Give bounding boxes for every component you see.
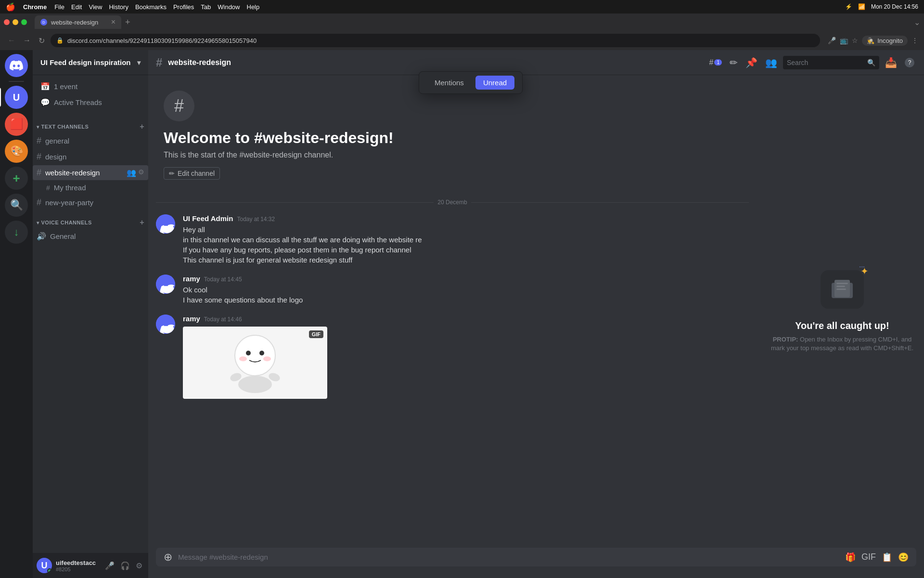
svg-rect-14 bbox=[836, 283, 848, 284]
channel-item-voice-general[interactable]: 🔊 General bbox=[33, 229, 148, 243]
close-tab-button[interactable]: × bbox=[111, 18, 116, 26]
apple-menu[interactable]: 🍎 bbox=[6, 2, 15, 12]
forward-button[interactable]: → bbox=[21, 34, 33, 47]
emoji-button[interactable]: 😊 bbox=[898, 552, 909, 563]
avatar bbox=[156, 315, 175, 334]
inbox-button[interactable]: 📥 bbox=[883, 55, 899, 70]
server-icon-uifeed[interactable]: U bbox=[5, 86, 28, 109]
channel-item-general[interactable]: # general bbox=[33, 133, 148, 148]
message-input[interactable] bbox=[178, 548, 839, 566]
discord-home-button[interactable] bbox=[5, 54, 28, 77]
date-divider: 20 Decemb bbox=[156, 199, 749, 206]
help-icon: ? bbox=[905, 58, 914, 67]
channel-item-new-year-party[interactable]: # new-year-party bbox=[33, 195, 148, 210]
attach-button[interactable]: ⊕ bbox=[164, 551, 172, 564]
minimize-window-button[interactable] bbox=[13, 19, 18, 25]
message-author[interactable]: ramy bbox=[183, 315, 200, 323]
edit-channel-button[interactable]: ✏ Edit channel bbox=[164, 167, 220, 180]
add-server-button[interactable]: + bbox=[5, 167, 28, 190]
menu-history[interactable]: History bbox=[109, 3, 128, 11]
incognito-badge[interactable]: 🕵 Incognito bbox=[862, 36, 908, 46]
help-button[interactable]: ? bbox=[903, 56, 916, 69]
search-icon: 🔍 bbox=[867, 59, 875, 66]
mute-button[interactable]: 🎤 bbox=[103, 559, 116, 572]
voice-channels-category[interactable]: ▾ VOICE CHANNELS + bbox=[33, 210, 148, 229]
app-container: U 🟥 🎨 + 🔍 ↓ UI Feed design inspiration ▾… bbox=[0, 50, 924, 578]
channel-name-design: design bbox=[45, 153, 66, 161]
unread-tab[interactable]: Unread bbox=[475, 76, 514, 90]
threads-button[interactable]: # 1 bbox=[707, 56, 724, 69]
text-channels-category[interactable]: ▾ TEXT CHANNELS + bbox=[33, 115, 148, 133]
search-bar[interactable]: Search 🔍 bbox=[783, 56, 879, 69]
avatar bbox=[156, 214, 175, 234]
gif-badge: GIF bbox=[309, 330, 323, 338]
new-tab-button[interactable]: + bbox=[125, 17, 130, 27]
dots-icon: ··· bbox=[859, 263, 865, 270]
channel-item-design[interactable]: # design bbox=[33, 149, 148, 164]
sticker-button[interactable]: 📋 bbox=[882, 552, 892, 563]
mentions-tab[interactable]: Mentions bbox=[427, 76, 472, 90]
tab-list-button[interactable]: ⌄ bbox=[914, 18, 920, 27]
bookmark-icon[interactable]: ☆ bbox=[852, 37, 858, 44]
maximize-window-button[interactable] bbox=[21, 19, 27, 25]
hash-icon: # bbox=[37, 197, 41, 208]
message-author[interactable]: UI Feed Admin bbox=[183, 214, 233, 223]
explore-servers-button[interactable]: 🔍 bbox=[5, 194, 28, 217]
deafen-button[interactable]: 🎧 bbox=[118, 559, 132, 572]
sidebar-item-active-threads[interactable]: 💬 Active Threads bbox=[37, 95, 144, 110]
date-line-right bbox=[471, 202, 749, 203]
channel-welcome-icon: # bbox=[164, 91, 194, 121]
menu-file[interactable]: File bbox=[54, 3, 64, 11]
channel-header: # website-redesign # 1 ✏ 📌 👥 Search bbox=[148, 50, 924, 75]
inbox-tabs-popup: Mentions Unread bbox=[419, 71, 523, 94]
members-button[interactable]: 👥 bbox=[763, 55, 779, 70]
channel-name-heading: website-redesign bbox=[168, 58, 231, 67]
menu-profiles[interactable]: Profiles bbox=[173, 3, 194, 11]
calendar-icon: 📅 bbox=[40, 82, 50, 91]
gif-button[interactable]: GIF bbox=[861, 552, 876, 562]
close-window-button[interactable] bbox=[4, 19, 10, 25]
voice-channels-label: VOICE CHANNELS bbox=[41, 220, 92, 225]
menu-edit[interactable]: Edit bbox=[71, 3, 82, 11]
avatar bbox=[156, 275, 175, 294]
edit-channel-header-button[interactable]: ✏ bbox=[728, 55, 740, 70]
caught-up-title: You're all caught up! bbox=[795, 320, 889, 331]
user-avatar[interactable]: U bbox=[37, 558, 52, 573]
protip-label: PROTIP: bbox=[773, 336, 798, 343]
mic-icon[interactable]: 🎤 bbox=[828, 37, 836, 44]
server-icon-2[interactable]: 🟥 bbox=[5, 113, 28, 136]
message-author[interactable]: ramy bbox=[183, 275, 200, 283]
menu-bookmarks[interactable]: Bookmarks bbox=[135, 3, 167, 11]
svg-point-7 bbox=[239, 356, 247, 361]
extensions-icon[interactable]: ⋮ bbox=[911, 37, 918, 44]
menu-tab[interactable]: Tab bbox=[201, 3, 211, 11]
search-placeholder: Search bbox=[787, 59, 808, 66]
cast-icon[interactable]: 📺 bbox=[840, 37, 848, 44]
pencil-icon: ✏ bbox=[169, 170, 175, 177]
add-voice-channel-button[interactable]: + bbox=[140, 218, 144, 227]
channel-settings-icon[interactable]: ⚙ bbox=[138, 168, 144, 177]
menu-help[interactable]: Help bbox=[247, 3, 260, 11]
server-header[interactable]: UI Feed design inspiration ▾ bbox=[33, 50, 148, 75]
url-bar[interactable]: 🔒 discord.com/channels/92249118030915998… bbox=[51, 34, 820, 47]
pin-button[interactable]: 📌 bbox=[744, 55, 759, 70]
channel-hash-icon: # bbox=[156, 56, 162, 69]
gif-container[interactable]: GIF bbox=[183, 327, 327, 399]
menu-view[interactable]: View bbox=[89, 3, 102, 11]
channel-members-icon[interactable]: 👥 bbox=[127, 168, 136, 177]
download-apps-button[interactable]: ↓ bbox=[5, 221, 28, 244]
server-sidebar: U 🟥 🎨 + 🔍 ↓ bbox=[0, 50, 33, 578]
user-settings-button[interactable]: ⚙ bbox=[134, 559, 144, 572]
gift-button[interactable]: 🎁 bbox=[845, 552, 856, 563]
reload-button[interactable]: ↻ bbox=[37, 34, 47, 47]
thread-count-badge: 1 bbox=[714, 59, 722, 66]
server-icon-3[interactable]: 🎨 bbox=[5, 140, 28, 163]
menu-window[interactable]: Window bbox=[218, 3, 240, 11]
members-icon: 👥 bbox=[765, 57, 777, 68]
thread-item-my-thread[interactable]: # My thread bbox=[33, 181, 148, 194]
browser-tab[interactable]: D website-redesign × bbox=[35, 15, 121, 29]
back-button[interactable]: ← bbox=[6, 34, 17, 47]
channel-item-website-redesign[interactable]: # website-redesign 👥 ⚙ bbox=[33, 165, 148, 180]
add-channel-button[interactable]: + bbox=[140, 122, 144, 131]
sidebar-item-events[interactable]: 📅 1 event bbox=[37, 79, 144, 94]
